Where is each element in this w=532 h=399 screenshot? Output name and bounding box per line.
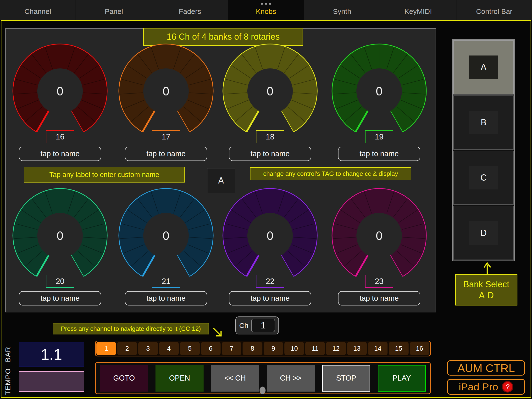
channel-arrow-icon bbox=[211, 327, 223, 338]
hint-tap-label: Tap any label to enter custom name bbox=[24, 167, 185, 183]
bank-button-label: A bbox=[469, 56, 498, 79]
channel-display-value[interactable]: 1 bbox=[251, 319, 275, 332]
knob-20: 020tap to name bbox=[10, 185, 110, 310]
knob-name-button[interactable]: tap to name bbox=[338, 147, 420, 161]
knob-21: 021tap to name bbox=[116, 185, 216, 310]
rotary-knob[interactable]: 0 bbox=[10, 41, 110, 141]
knob-tag[interactable]: 20 bbox=[46, 275, 74, 288]
channel-display-label: Ch bbox=[239, 322, 248, 330]
knob-name-button[interactable]: tap to name bbox=[229, 147, 311, 161]
device-badge: iPad Pro ? bbox=[447, 379, 525, 395]
bank-button-label: D bbox=[469, 221, 498, 245]
active-tab-dots-icon bbox=[261, 3, 271, 5]
knob-value: 0 bbox=[57, 229, 63, 243]
tempo-display bbox=[19, 371, 84, 392]
channel-button-13[interactable]: 13 bbox=[347, 342, 367, 355]
channel-display: Ch 1 bbox=[235, 317, 279, 334]
knob-tag[interactable]: 16 bbox=[46, 130, 74, 143]
rotary-knob[interactable]: 0 bbox=[220, 41, 320, 141]
channel-button-6[interactable]: 6 bbox=[201, 342, 221, 355]
goto-button[interactable]: GOTO bbox=[100, 365, 148, 392]
app-title-badge: AUM CTRL bbox=[447, 360, 525, 376]
ch-button[interactable]: << CH bbox=[211, 365, 259, 392]
tab-control-bar[interactable]: Control Bar bbox=[456, 0, 532, 20]
app-title-text: AUM CTRL bbox=[457, 361, 515, 375]
channel-button-14[interactable]: 14 bbox=[368, 342, 387, 355]
ch-button[interactable]: CH >> bbox=[267, 365, 315, 392]
knob-name-button[interactable]: tap to name bbox=[19, 147, 101, 161]
knob-tag[interactable]: 19 bbox=[365, 130, 393, 143]
channel-button-2[interactable]: 2 bbox=[117, 342, 137, 355]
channel-button-9[interactable]: 9 bbox=[264, 342, 283, 355]
channel-button-7[interactable]: 7 bbox=[222, 342, 241, 355]
stop-button[interactable]: STOP bbox=[322, 365, 370, 392]
bank-button-d[interactable]: D bbox=[453, 206, 514, 260]
knob-name-button[interactable]: tap to name bbox=[229, 291, 311, 305]
channel-button-5[interactable]: 5 bbox=[180, 342, 200, 355]
knob-tag[interactable]: 23 bbox=[365, 275, 393, 288]
channel-button-10[interactable]: 10 bbox=[285, 342, 304, 355]
channel-button-15[interactable]: 15 bbox=[389, 342, 408, 355]
bank-select-hint-line2: A-D bbox=[479, 290, 494, 301]
bank-button-label: C bbox=[469, 166, 498, 190]
rotary-knob[interactable]: 0 bbox=[220, 185, 320, 286]
knob-tag[interactable]: 22 bbox=[256, 275, 284, 288]
bank-select-column: ABCD bbox=[452, 39, 515, 261]
tab-keymidi[interactable]: KeyMIDI bbox=[380, 0, 456, 20]
tab-knobs[interactable]: Knobs bbox=[228, 0, 304, 20]
tempo-label: TEMPO bbox=[4, 371, 12, 392]
tab-panel[interactable]: Panel bbox=[76, 0, 152, 20]
knob-name-button[interactable]: tap to name bbox=[125, 291, 207, 305]
knob-tag[interactable]: 21 bbox=[152, 275, 180, 288]
help-button[interactable]: ? bbox=[502, 381, 513, 393]
rotary-knob[interactable]: 0 bbox=[116, 185, 216, 286]
knob-18: 018tap to name bbox=[220, 41, 320, 165]
channel-button-1[interactable]: 1 bbox=[96, 342, 116, 355]
knob-value: 0 bbox=[57, 85, 63, 98]
tab-channel[interactable]: Channel bbox=[0, 0, 76, 20]
bank-button-label: B bbox=[469, 111, 498, 134]
knob-19: 019tap to name bbox=[329, 41, 429, 165]
channel-button-8[interactable]: 8 bbox=[243, 342, 262, 355]
knob-value: 0 bbox=[163, 229, 169, 243]
rotary-knob[interactable]: 0 bbox=[116, 41, 216, 141]
tab-faders[interactable]: Faders bbox=[152, 0, 228, 20]
bank-button-c[interactable]: C bbox=[453, 151, 514, 205]
knob-23: 023tap to name bbox=[329, 185, 429, 310]
hint-tag-label: change any control's TAG to change cc & … bbox=[250, 167, 411, 180]
current-bank-indicator: A bbox=[207, 168, 235, 193]
tab-bar: ChannelPanelFadersKnobsSynthKeyMIDIContr… bbox=[0, 0, 532, 20]
knob-tag[interactable]: 18 bbox=[256, 130, 284, 143]
device-text: iPad Pro bbox=[459, 381, 498, 393]
channel-button-11[interactable]: 11 bbox=[305, 342, 325, 355]
knob-tag[interactable]: 17 bbox=[152, 130, 180, 143]
knob-name-button[interactable]: tap to name bbox=[338, 291, 420, 305]
knob-name-button[interactable]: tap to name bbox=[125, 147, 207, 161]
hint-channel-label: Press any channel to navigate directly t… bbox=[53, 323, 209, 334]
channel-button-16[interactable]: 16 bbox=[410, 342, 429, 355]
bar-label: BAR bbox=[4, 342, 12, 367]
channel-row: 12345678910111213141516 bbox=[95, 341, 431, 356]
channel-button-4[interactable]: 4 bbox=[159, 342, 179, 355]
knob-value: 0 bbox=[163, 85, 169, 98]
bank-arrow-up-icon bbox=[481, 262, 493, 274]
knob-22: 022tap to name bbox=[220, 185, 320, 310]
knob-value: 0 bbox=[376, 85, 382, 98]
knob-16: 016tap to name bbox=[10, 41, 110, 165]
knob-name-button[interactable]: tap to name bbox=[19, 291, 101, 305]
bank-button-a[interactable]: A bbox=[453, 40, 514, 95]
bank-select-hint: Bank Select A-D bbox=[455, 274, 517, 305]
tab-synth[interactable]: Synth bbox=[304, 0, 380, 20]
open-button[interactable]: OPEN bbox=[155, 365, 203, 392]
bank-button-b[interactable]: B bbox=[453, 95, 514, 150]
page-indicator-dot bbox=[260, 386, 266, 394]
bank-select-hint-line1: Bank Select bbox=[463, 279, 509, 290]
bar-display: 1.1 bbox=[19, 342, 84, 367]
channel-button-12[interactable]: 12 bbox=[326, 342, 346, 355]
knob-value: 0 bbox=[267, 229, 273, 243]
play-button[interactable]: PLAY bbox=[378, 365, 426, 392]
rotary-knob[interactable]: 0 bbox=[10, 185, 110, 286]
rotary-knob[interactable]: 0 bbox=[329, 185, 429, 286]
rotary-knob[interactable]: 0 bbox=[329, 41, 429, 141]
channel-button-3[interactable]: 3 bbox=[138, 342, 158, 355]
